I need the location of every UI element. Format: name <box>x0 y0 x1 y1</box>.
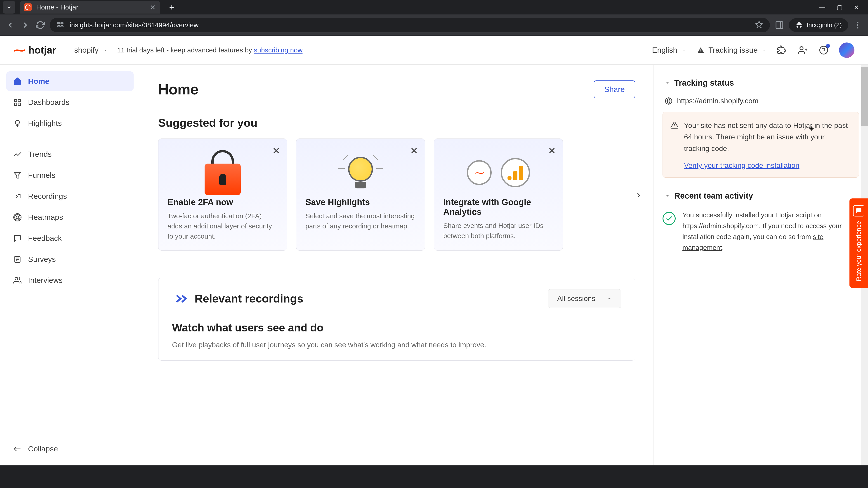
svg-rect-5 <box>776 22 783 29</box>
chevron-down-icon <box>665 193 670 199</box>
incognito-badge[interactable]: Incognito (2) <box>789 18 848 32</box>
scrollbar-thumb[interactable] <box>861 67 868 126</box>
sidebar-item-heatmaps[interactable]: Heatmaps <box>6 207 133 227</box>
recordings-panel: Relevant recordings All sessions Watch w… <box>158 278 635 361</box>
sidebar-item-home[interactable]: Home <box>6 71 133 91</box>
card-desc: Select and save the most interesting par… <box>305 211 416 231</box>
verify-tracking-link[interactable]: Verify your tracking code installation <box>684 161 851 170</box>
tracked-site-url: https://admin.shopify.com <box>662 97 859 105</box>
hotjar-favicon-icon <box>24 3 32 11</box>
add-user-icon <box>798 45 808 55</box>
main-content: Home Share Suggested for you ✕ Enable 2F… <box>140 65 653 465</box>
notification-dot <box>826 44 830 48</box>
svg-rect-20 <box>18 103 21 105</box>
svg-point-31 <box>15 277 18 280</box>
svg-point-8 <box>857 24 859 26</box>
dashboard-icon <box>13 98 22 107</box>
home-icon <box>13 77 22 86</box>
feedback-tab[interactable]: Rate your experience <box>849 198 868 288</box>
cards-next-button[interactable]: › <box>633 189 644 200</box>
back-button[interactable] <box>5 20 16 31</box>
side-panel-button[interactable] <box>774 20 785 31</box>
browser-toolbar: insights.hotjar.com/sites/3814994/overvi… <box>0 14 868 36</box>
recordings-description: Get live playbacks of full user journeys… <box>172 341 621 349</box>
site-selector[interactable]: shopify <box>74 46 108 55</box>
site-settings-icon[interactable] <box>57 21 64 29</box>
sidebar-item-recordings[interactable]: Recordings <box>6 186 133 206</box>
card-dismiss-button[interactable]: ✕ <box>272 145 280 156</box>
interviews-icon <box>13 276 22 285</box>
sidebar-item-surveys[interactable]: Surveys <box>6 250 133 269</box>
tracking-status-toggle[interactable]: Tracking status <box>662 76 859 90</box>
svg-point-25 <box>15 215 20 220</box>
forward-button[interactable] <box>20 20 31 31</box>
hotjar-logo[interactable]: ⁓ hotjar <box>13 43 56 57</box>
maximize-button[interactable]: ▢ <box>837 4 842 11</box>
suggestion-card-2fa[interactable]: ✕ Enable 2FA now Two-factor authenticati… <box>158 138 287 251</box>
svg-rect-19 <box>18 99 21 102</box>
subscribe-link[interactable]: subscribing now <box>254 46 303 54</box>
card-dismiss-button[interactable]: ✕ <box>410 145 418 156</box>
warning-icon <box>697 46 705 54</box>
new-tab-button[interactable]: + <box>167 2 177 12</box>
share-button[interactable]: Share <box>594 80 635 98</box>
activity-toggle[interactable]: Recent team activity <box>662 189 859 203</box>
sidebar-item-trends[interactable]: Trends <box>6 144 133 164</box>
sidebar: Home Dashboards Highlights Trends Funnel… <box>0 65 140 465</box>
page-title: Home <box>158 81 198 98</box>
card-dismiss-button[interactable]: ✕ <box>548 145 556 156</box>
minimize-button[interactable]: — <box>819 4 825 11</box>
svg-point-9 <box>857 27 859 29</box>
tab-close-button[interactable]: ✕ <box>150 3 156 11</box>
tab-title: Home - Hotjar <box>36 3 79 11</box>
heatmap-icon <box>13 213 22 222</box>
chevron-down-icon <box>103 47 108 53</box>
svg-rect-18 <box>14 99 17 102</box>
browser-menu-button[interactable] <box>852 20 863 31</box>
sidebar-item-dashboards[interactable]: Dashboards <box>6 92 133 112</box>
svg-rect-1 <box>61 22 63 24</box>
sidebar-item-funnels[interactable]: Funnels <box>6 165 133 185</box>
sidebar-item-feedback[interactable]: Feedback <box>6 228 133 248</box>
suggested-heading: Suggested for you <box>158 116 635 129</box>
surveys-icon <box>13 255 22 264</box>
svg-rect-0 <box>57 22 60 24</box>
svg-point-7 <box>857 22 859 23</box>
hotjar-flame-icon: ⁓ <box>13 43 25 57</box>
globe-icon <box>665 97 673 105</box>
chat-icon <box>853 205 864 217</box>
svg-marker-12 <box>763 50 765 51</box>
lightbulb-icon <box>13 119 22 128</box>
recordings-title: Relevant recordings <box>195 292 303 305</box>
bookmark-button[interactable] <box>755 21 763 30</box>
svg-marker-39 <box>666 195 669 197</box>
incognito-icon <box>795 21 803 29</box>
tabs-dropdown[interactable] <box>3 1 16 13</box>
svg-marker-10 <box>104 50 106 51</box>
svg-marker-34 <box>666 83 669 84</box>
svg-marker-4 <box>756 21 763 28</box>
address-bar[interactable]: insights.hotjar.com/sites/3814994/overvi… <box>50 18 770 32</box>
trends-icon <box>13 150 22 159</box>
user-avatar[interactable] <box>839 42 855 58</box>
reload-button[interactable] <box>35 20 46 31</box>
recordings-subtitle: Watch what users see and do <box>172 322 621 334</box>
card-title: Integrate with Google Analytics <box>443 197 554 217</box>
browser-tab[interactable]: Home - Hotjar ✕ <box>20 1 160 13</box>
recordings-icon <box>13 192 22 201</box>
help-button[interactable] <box>818 45 829 56</box>
language-selector[interactable]: English <box>652 46 687 55</box>
card-title: Enable 2FA now <box>167 197 278 207</box>
collapse-sidebar-button[interactable]: Collapse <box>6 439 133 459</box>
sidebar-item-interviews[interactable]: Interviews <box>6 270 133 290</box>
invite-button[interactable] <box>798 45 808 56</box>
tracking-issue-button[interactable]: Tracking issue <box>697 46 767 55</box>
integrations-button[interactable] <box>777 45 787 56</box>
suggestion-card-ga[interactable]: ✕ ⁓ Integrate with Google Analytics Shar… <box>434 138 563 251</box>
browser-titlebar: Home - Hotjar ✕ + — ▢ ✕ <box>0 0 868 14</box>
card-title: Save Highlights <box>305 197 416 207</box>
close-window-button[interactable]: ✕ <box>854 4 859 11</box>
suggestion-card-highlights[interactable]: ✕ Save Highlights Select and save t <box>296 138 425 251</box>
sidebar-item-highlights[interactable]: Highlights <box>6 113 133 133</box>
sessions-filter[interactable]: All sessions <box>548 289 621 308</box>
